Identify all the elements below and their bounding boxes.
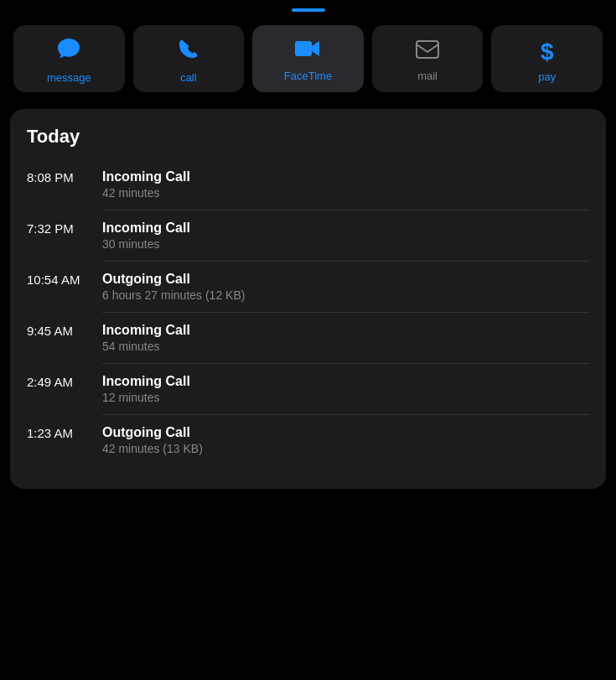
svg-rect-1 <box>417 41 438 58</box>
call-entry[interactable]: 9:45 AM Incoming Call 54 minutes <box>27 314 589 361</box>
call-time: 8:08 PM <box>27 169 102 184</box>
divider <box>102 261 589 262</box>
divider <box>102 414 589 415</box>
facetime-icon <box>294 39 321 65</box>
divider <box>102 210 589 210</box>
call-time: 1:23 AM <box>27 425 102 440</box>
call-entry[interactable]: 10:54 AM Outgoing Call 6 hours 27 minute… <box>27 263 589 310</box>
pay-icon: $ <box>541 39 554 65</box>
call-icon <box>177 37 200 66</box>
call-duration: 42 minutes <box>102 186 190 200</box>
call-label: call <box>180 71 197 84</box>
call-entry[interactable]: 1:23 AM Outgoing Call 42 minutes (13 KB) <box>27 417 589 464</box>
call-log-container: Today 8:08 PM Incoming Call 42 minutes 7… <box>10 109 606 489</box>
pay-button[interactable]: $ pay <box>491 25 603 92</box>
facetime-label: FaceTime <box>284 70 332 82</box>
call-type: Incoming Call <box>102 221 190 236</box>
call-type: Incoming Call <box>102 169 190 184</box>
svg-rect-0 <box>295 41 312 56</box>
call-duration: 42 minutes (13 KB) <box>102 442 203 455</box>
call-details: Incoming Call 12 minutes <box>102 374 190 404</box>
divider <box>102 312 589 313</box>
call-type: Incoming Call <box>102 374 190 389</box>
call-details: Incoming Call 54 minutes <box>102 323 190 353</box>
call-type: Incoming Call <box>102 323 190 338</box>
call-details: Outgoing Call 42 minutes (13 KB) <box>102 425 203 455</box>
call-details: Incoming Call 30 minutes <box>102 221 190 251</box>
call-time: 10:54 AM <box>27 272 102 287</box>
call-type: Outgoing Call <box>102 272 245 287</box>
message-icon <box>56 37 81 66</box>
call-type: Outgoing Call <box>102 425 203 440</box>
call-details: Incoming Call 42 minutes <box>102 169 190 200</box>
call-duration: 54 minutes <box>102 340 190 353</box>
message-button[interactable]: message <box>13 25 125 92</box>
call-time: 2:49 AM <box>27 374 102 389</box>
call-duration: 12 minutes <box>102 391 190 404</box>
call-button[interactable]: call <box>133 25 245 92</box>
message-label: message <box>47 71 91 84</box>
call-duration: 6 hours 27 minutes (12 KB) <box>102 288 245 302</box>
call-time: 7:32 PM <box>27 221 102 236</box>
call-entry[interactable]: 7:32 PM Incoming Call 30 minutes <box>27 212 589 259</box>
call-time: 9:45 AM <box>27 323 102 338</box>
quick-actions-row: message call FaceTime mail $ pay <box>0 17 616 109</box>
mail-button[interactable]: mail <box>372 25 484 92</box>
call-entries-list: 8:08 PM Incoming Call 42 minutes 7:32 PM… <box>27 161 589 464</box>
facetime-button[interactable]: FaceTime <box>252 25 364 92</box>
mail-label: mail <box>417 70 437 82</box>
call-duration: 30 minutes <box>102 237 190 251</box>
divider <box>102 363 589 364</box>
call-details: Outgoing Call 6 hours 27 minutes (12 KB) <box>102 272 245 302</box>
top-indicator <box>292 8 325 12</box>
pay-label: pay <box>538 70 556 83</box>
mail-icon <box>416 39 439 65</box>
call-entry[interactable]: 8:08 PM Incoming Call 42 minutes <box>27 161 589 208</box>
call-entry[interactable]: 2:49 AM Incoming Call 12 minutes <box>27 366 589 413</box>
top-bar <box>0 0 616 17</box>
section-title: Today <box>27 126 589 148</box>
